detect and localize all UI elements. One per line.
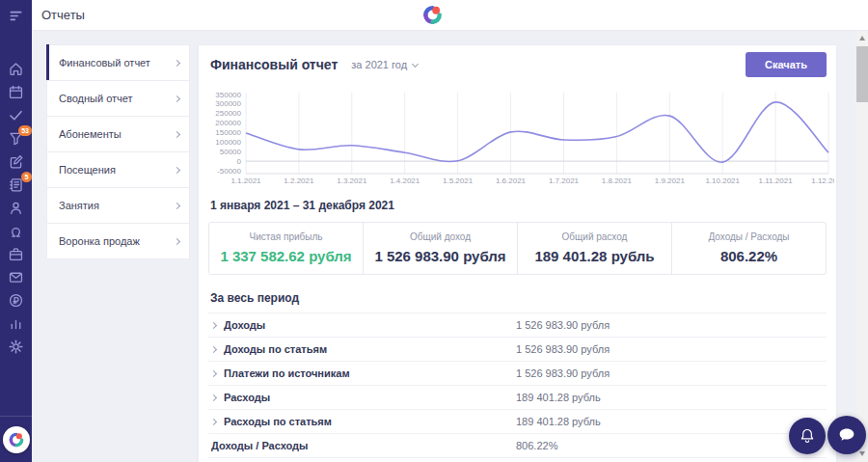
table-row[interactable]: Платежи по источникам1 526 983.90 рубля [208, 362, 827, 386]
svg-text:1.12.2021: 1.12.2021 [811, 177, 834, 185]
svg-text:1.8.2021: 1.8.2021 [602, 177, 633, 185]
svg-text:1.5.2021: 1.5.2021 [443, 177, 474, 185]
notification-badge: 53 [18, 125, 32, 136]
row-value: 189 401.28 рубль [516, 392, 601, 403]
ruble-icon[interactable] [8, 292, 24, 309]
table-row[interactable]: Расходы189 401.28 рубль [208, 386, 827, 410]
table-row[interactable]: Доходы по статьям1 526 983.90 рубля [208, 338, 827, 362]
bell-icon [798, 426, 817, 446]
home-icon[interactable] [8, 61, 24, 77]
sidebar-brand[interactable] [0, 416, 32, 462]
omega-icon[interactable] [8, 223, 24, 239]
page-title: Отчеты [41, 8, 85, 22]
report-menu-item[interactable]: Занятия [47, 188, 189, 224]
report-menu-item[interactable]: Посещения [47, 152, 189, 188]
check-icon[interactable] [8, 107, 24, 123]
report-menu-item-label: Сводный отчет [59, 93, 133, 104]
report-menu-item[interactable]: Воронка продаж [47, 224, 189, 259]
summary-label: Чистая прибыль [213, 231, 359, 242]
chevron-right-icon [174, 166, 180, 173]
envelope-icon[interactable] [8, 269, 24, 285]
summary-label: Общий расход [522, 231, 667, 242]
financial-line-chart: 3500003000002500002000001500001000005000… [203, 90, 834, 186]
summary-cell: Общий доход1 526 983.90 рубля [363, 223, 517, 274]
menu-icon[interactable] [8, 8, 24, 24]
svg-text:150000: 150000 [215, 128, 241, 137]
briefcase-icon[interactable] [8, 246, 24, 262]
summary-label: Общий доход [367, 231, 513, 242]
content-area: Финансовый отчетСводный отчетАбонементыП… [32, 32, 868, 462]
financial-chart: 3500003000002500002000001500001000005000… [203, 90, 834, 186]
report-menu-item-label: Абонементы [59, 128, 122, 140]
svg-text:200000: 200000 [215, 119, 241, 127]
brand-logo-icon [421, 4, 444, 26]
scroll-down-arrow-icon[interactable] [859, 451, 865, 456]
row-value: 1 526 983.90 рубля [516, 343, 610, 355]
row-value: 1 526 983.90 рубля [516, 367, 610, 379]
svg-text:-50000: -50000 [217, 167, 241, 176]
brand-logo-icon [3, 426, 30, 453]
chevron-right-icon [174, 95, 180, 101]
svg-text:1.6.2021: 1.6.2021 [496, 177, 527, 185]
row-value: 189 401.28 рубль [516, 416, 601, 427]
svg-text:1.4.2021: 1.4.2021 [390, 177, 420, 185]
period-selector[interactable]: за 2021 год [351, 59, 418, 70]
report-menu-item-label: Воронка продаж [59, 235, 140, 247]
svg-text:1.3.2021: 1.3.2021 [337, 177, 367, 185]
svg-text:1.9.2021: 1.9.2021 [655, 177, 686, 185]
summary-cell: Чистая прибыль1 337 582.62 рубля [209, 223, 363, 274]
svg-text:350000: 350000 [215, 91, 241, 99]
gear-icon[interactable] [8, 339, 24, 355]
report-menu-item-label: Посещения [59, 164, 116, 176]
report-menu-item[interactable]: Финансовый отчет [47, 45, 189, 81]
table-row[interactable]: Расходы по статьям189 401.28 рубль [208, 410, 827, 434]
row-label: Доходы / Расходы [211, 440, 308, 451]
svg-text:1.1.2021: 1.1.2021 [231, 177, 261, 185]
bar-chart-icon[interactable] [8, 315, 24, 332]
chevron-right-icon [210, 321, 217, 328]
funnel-icon[interactable]: 53 [8, 130, 24, 147]
chevron-down-icon [412, 60, 419, 67]
report-menu-item[interactable]: Сводный отчет [47, 81, 189, 117]
calendar-icon[interactable] [8, 84, 24, 100]
report-menu-item-label: Финансовый отчет [59, 57, 150, 68]
table-row: Доходы / Расходы806.22% [208, 434, 827, 458]
summary-cell: Доходы / Расходы806.22% [671, 223, 826, 274]
row-label: Платежи по источникам [224, 367, 350, 379]
download-button[interactable]: Скачать [746, 52, 827, 77]
svg-text:100000: 100000 [215, 138, 241, 147]
table-row: Остаток1 337 582.62 рубля [208, 458, 827, 462]
report-table: Доходы1 526 983.90 рубляДоходы по статья… [208, 313, 827, 462]
table-row[interactable]: Доходы1 526 983.90 рубля [208, 313, 827, 338]
row-label: Доходы по статьям [224, 343, 327, 355]
chat-button[interactable] [827, 416, 866, 454]
date-range-label: 1 января 2021 – 31 декабря 2021 [210, 199, 825, 212]
journal-icon[interactable]: 5 [8, 177, 24, 193]
row-value: 806.22% [516, 440, 557, 451]
summary-value: 1 337 582.62 рубля [213, 248, 359, 264]
report-menu-item-label: Занятия [59, 200, 99, 211]
notifications-button[interactable] [789, 418, 826, 454]
edit-icon[interactable] [8, 153, 24, 170]
vertical-scrollbar[interactable] [856, 31, 868, 462]
svg-text:1.10.2021: 1.10.2021 [705, 177, 740, 185]
chevron-right-icon [174, 59, 180, 66]
report-menu-item[interactable]: Абонементы [47, 117, 189, 152]
row-label: Доходы [224, 319, 265, 331]
svg-text:1.11.2021: 1.11.2021 [759, 177, 794, 185]
sidebar: 535 [0, 0, 32, 462]
chevron-right-icon [174, 237, 180, 244]
report-card: Финансовый отчет за 2021 год Скачать 350… [198, 44, 837, 462]
report-header: Финансовый отчет за 2021 год Скачать [199, 45, 836, 84]
chevron-right-icon [210, 394, 217, 400]
scroll-up-arrow-icon[interactable] [859, 36, 865, 41]
chevron-right-icon [174, 202, 180, 208]
row-value: 1 526 983.90 рубля [516, 319, 610, 331]
svg-text:50000: 50000 [220, 148, 242, 156]
chat-bubble-icon [836, 424, 857, 446]
summary-cell: Общий расход189 401.28 рубль [517, 223, 671, 274]
person-icon[interactable] [8, 200, 24, 216]
scrollbar-thumb[interactable] [856, 46, 868, 102]
section-title: За весь период [210, 291, 825, 305]
notification-badge: 5 [21, 172, 32, 182]
